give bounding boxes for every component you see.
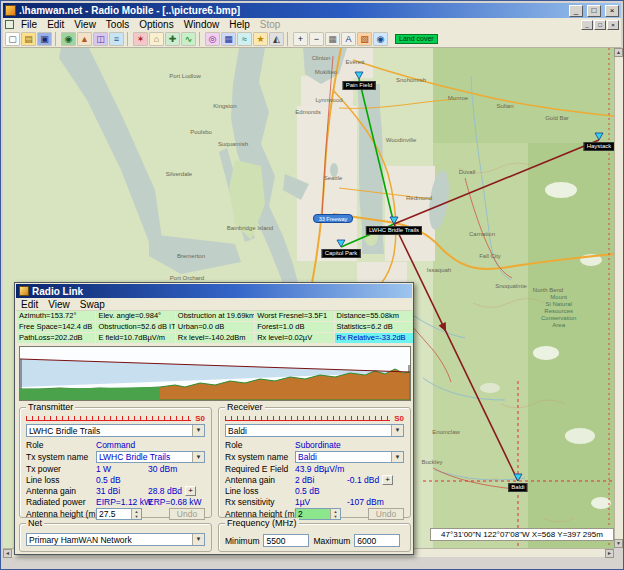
toolbar-icons: ▢▤▣◉▲◫≡✶⌂✚∿◎▦≈★◭+−▦A▧◉ (5, 32, 388, 46)
tx-radiated-row: Radiated power EIRP=1.12 kW ERP=0.68 kW (20, 496, 211, 507)
map-vertical-scrollbar[interactable]: ▲ ▼ (614, 48, 623, 548)
map-label-bainbridge-island: Bainbridge Island (227, 225, 273, 231)
unit-properties-icon[interactable]: ⌂ (149, 32, 164, 46)
info-obstruction-at: Obstruction at 19.69km (176, 311, 254, 321)
map-label-enumclaw: Enumclaw (432, 429, 460, 435)
tx-gain-dbd: 28.8 dBd (148, 486, 182, 496)
save-icon[interactable]: ▣ (37, 32, 52, 46)
rx-meter-ticks (225, 416, 390, 421)
chevron-down-icon[interactable]: ▼ (391, 452, 403, 462)
rx-undo-button[interactable]: Undo (368, 508, 404, 520)
chevron-down-icon[interactable]: ▼ (192, 534, 204, 545)
child-minimize-button[interactable]: _ (581, 20, 593, 30)
dialog-title-bar[interactable]: Radio Link (16, 284, 412, 298)
net-select[interactable]: Primary HamWAN Network ▼ (26, 533, 205, 546)
minimize-button[interactable]: _ (569, 5, 583, 17)
menu-tools[interactable]: Tools (101, 18, 134, 31)
receiver-caption: Receiver (225, 402, 265, 413)
map-label-bremerton: Bremerton (177, 253, 205, 259)
close-button[interactable]: × (605, 5, 619, 17)
rainbow-colors-icon[interactable]: ▧ (357, 32, 372, 46)
map-label-monroe: Monroe (448, 95, 468, 101)
tx-antenna-height-input[interactable]: 27.5 ▲▼ (96, 508, 142, 520)
land-cover-button[interactable]: Land cover (395, 34, 438, 44)
rx-system-select[interactable]: Baldi ▼ (295, 451, 404, 463)
dialog-menu-swap[interactable]: Swap (75, 298, 110, 311)
menu-view[interactable]: View (69, 18, 101, 31)
tx-system-select[interactable]: LWHC Bridle Trails ▼ (96, 451, 205, 463)
frequency-caption: Frequency (MHz) (225, 518, 299, 529)
tx-power-dbm: 30 dBm (148, 464, 177, 474)
menu-help[interactable]: Help (224, 18, 255, 31)
visual-coverage-icon[interactable]: ◭ (269, 32, 284, 46)
menu-edit[interactable]: Edit (42, 18, 69, 31)
eye-view-icon[interactable]: ◉ (373, 32, 388, 46)
menu-window[interactable]: Window (179, 18, 225, 31)
scroll-left-arrow[interactable]: ◄ (3, 549, 12, 558)
child-restore-button[interactable]: □ (594, 20, 606, 30)
child-close-button[interactable]: × (607, 20, 619, 30)
route-coverage-icon[interactable]: ≈ (237, 32, 252, 46)
radio-link-icon[interactable]: ∿ (181, 32, 196, 46)
site-label-pain-field[interactable]: Pain Field (343, 81, 376, 90)
title-bar[interactable]: .\hamwan.net - Radio Mobile - [..\pictur… (3, 3, 621, 18)
rx-site-select[interactable]: Baldi ▼ (225, 424, 404, 437)
grid-toggle-icon[interactable]: ▦ (325, 32, 340, 46)
spinner-arrows-icon[interactable]: ▲▼ (131, 509, 141, 519)
tx-antenna-view-button[interactable]: + (185, 486, 196, 496)
frequency-max-input[interactable]: 6000 (354, 534, 400, 547)
map-label-woodinville: Woodinville (386, 137, 417, 143)
dialog-menu-edit[interactable]: Edit (16, 298, 43, 311)
map-label-redmond: Redmond (406, 195, 432, 201)
best-sites-icon[interactable]: ★ (253, 32, 268, 46)
labels-toggle-icon[interactable]: A (341, 32, 356, 46)
menu-file[interactable]: File (16, 18, 42, 31)
chevron-down-icon[interactable]: ▼ (391, 425, 403, 436)
rx-antenna-height-input[interactable]: 2 ▲▼ (295, 508, 341, 520)
tx-site-value: LWHC Bridle Trails (29, 426, 100, 436)
zoom-in-icon[interactable]: + (293, 32, 308, 46)
tx-role-label: Role (26, 440, 96, 450)
elevation-grid-icon[interactable]: ▲ (77, 32, 92, 46)
site-label-lwhc-bridle-trails[interactable]: LWHC Bridle Trails (366, 226, 422, 235)
land-height-icon[interactable]: ≡ (109, 32, 124, 46)
frequency-min-input[interactable]: 5500 (263, 534, 309, 547)
tx-system-value: LWHC Bridle Trails (99, 452, 170, 462)
chevron-down-icon[interactable]: ▼ (192, 452, 204, 462)
map-label-everett: Everett (345, 59, 364, 65)
scroll-up-arrow[interactable]: ▲ (614, 48, 623, 57)
scroll-right-arrow[interactable]: ► (605, 549, 614, 558)
rx-gain-row: Antenna gain 2 dBi -0.1 dBd + (219, 474, 410, 485)
open-file-icon[interactable]: ▤ (21, 32, 36, 46)
network-properties-icon[interactable]: ✶ (133, 32, 148, 46)
cartesian-coverage-icon[interactable]: ▦ (221, 32, 236, 46)
map-label-clinton: Clinton (312, 55, 331, 61)
tx-undo-button[interactable]: Undo (169, 508, 205, 520)
conservation-area-label: MountSi NaturalResourcesConservationArea (541, 294, 576, 329)
spinner-arrows-icon[interactable]: ▲▼ (330, 509, 340, 519)
chevron-down-icon[interactable]: ▼ (192, 425, 204, 436)
menu-stop[interactable]: Stop (255, 18, 286, 31)
system-properties-icon[interactable]: ✚ (165, 32, 180, 46)
merge-pictures-icon[interactable]: ◫ (93, 32, 108, 46)
tx-lineloss-value: 0.5 dB (96, 475, 121, 485)
map-label-poulsbo: Poulsbo (190, 129, 212, 135)
site-label-haystack[interactable]: Haystack (584, 142, 615, 151)
scroll-down-arrow[interactable]: ▼ (614, 539, 623, 548)
map-properties-icon[interactable]: ◉ (61, 32, 76, 46)
rx-height-label: Antenna height (m) (225, 509, 295, 519)
maximize-button[interactable]: □ (587, 5, 601, 17)
rx-antenna-view-button[interactable]: + (382, 475, 393, 485)
tx-signal-meter: S0 (26, 415, 205, 422)
rx-lineloss-row: Line loss 0.5 dB (219, 485, 410, 496)
single-polar-coverage-icon[interactable]: ◎ (205, 32, 220, 46)
menu-options[interactable]: Options (134, 18, 178, 31)
dialog-menu-bar: EditViewSwap (16, 298, 412, 311)
zoom-out-icon[interactable]: − (309, 32, 324, 46)
dialog-menu-view[interactable]: View (43, 298, 75, 311)
new-picture-icon[interactable]: ▢ (5, 32, 20, 46)
map-label-duvall: Duvall (459, 169, 476, 175)
tx-site-select[interactable]: LWHC Bridle Trails ▼ (26, 424, 205, 437)
site-label-capitol-park[interactable]: Capitol Park (322, 249, 361, 258)
site-label-baldi[interactable]: Baldi (508, 483, 527, 492)
